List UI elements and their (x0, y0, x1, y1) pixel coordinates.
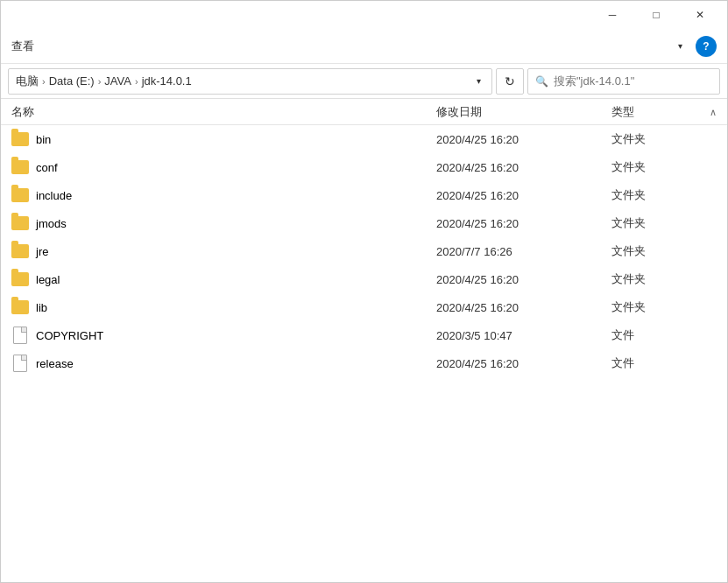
address-bar: 电脑 › Data (E:) › JAVA › jdk-14.0.1 ▾ ↻ 🔍 (1, 64, 727, 99)
separator-2: › (98, 76, 102, 87)
breadcrumb-computer[interactable]: 电脑 (16, 74, 39, 89)
breadcrumb-java[interactable]: JAVA (104, 74, 131, 88)
close-button[interactable]: ✕ (680, 1, 720, 29)
folder-icon (11, 300, 29, 314)
separator-3: › (135, 76, 138, 87)
breadcrumb-drive[interactable]: Data (E:) (49, 74, 95, 88)
help-button[interactable]: ? (696, 36, 717, 57)
file-name: release (36, 357, 436, 370)
file-date: 2020/4/25 16:20 (436, 301, 611, 314)
breadcrumb-dropdown[interactable]: ▾ (473, 74, 484, 88)
file-type: 文件 (611, 355, 717, 371)
search-icon: 🔍 (535, 75, 548, 88)
list-item[interactable]: jre2020/7/7 16:26文件夹 (1, 237, 727, 265)
folder-icon (11, 160, 29, 174)
file-date: 2020/4/25 16:20 (436, 189, 611, 202)
file-type: 文件夹 (611, 215, 717, 231)
refresh-button[interactable]: ↻ (496, 68, 524, 95)
list-item[interactable]: jmods2020/4/25 16:20文件夹 (1, 209, 727, 237)
file-date: 2020/4/25 16:20 (436, 273, 611, 286)
folder-icon (11, 216, 29, 230)
folder-icon (11, 244, 29, 258)
file-type: 文件夹 (611, 271, 717, 287)
close-icon: ✕ (696, 9, 704, 21)
file-type: 文件夹 (611, 243, 717, 259)
file-name: jre (36, 245, 436, 258)
list-item[interactable]: lib2020/4/25 16:20文件夹 (1, 293, 727, 321)
search-input[interactable] (554, 74, 712, 88)
list-item[interactable]: legal2020/4/25 16:20文件夹 (1, 265, 727, 293)
toolbar: 查看 ▾ ? (1, 29, 727, 64)
file-name: bin (36, 133, 436, 146)
file-icon (13, 355, 27, 372)
file-type: 文件夹 (611, 299, 717, 315)
minimize-icon: ─ (609, 9, 617, 21)
file-date: 2020/4/25 16:20 (436, 133, 611, 146)
list-item[interactable]: bin2020/4/25 16:20文件夹 (1, 125, 727, 153)
title-bar: ─ □ ✕ (1, 1, 727, 29)
list-item[interactable]: COPYRIGHT2020/3/5 10:47文件 (1, 321, 727, 349)
file-name: jmods (36, 217, 436, 230)
column-headers: 名称 修改日期 类型 ∧ (1, 99, 727, 125)
maximize-button[interactable]: □ (636, 1, 676, 29)
file-name: include (36, 189, 436, 202)
maximize-icon: □ (653, 9, 659, 21)
toolbar-dropdown-button[interactable]: ▾ (671, 32, 689, 60)
col-header-date[interactable]: 修改日期 (436, 104, 611, 120)
breadcrumb-jdk[interactable]: jdk-14.0.1 (142, 74, 192, 88)
list-item[interactable]: release2020/4/25 16:20文件 (1, 349, 727, 377)
minimize-button[interactable]: ─ (592, 1, 633, 29)
file-type: 文件 (611, 327, 717, 343)
folder-icon (11, 188, 29, 202)
file-name: COPYRIGHT (36, 329, 436, 342)
breadcrumb: 电脑 › Data (E:) › JAVA › jdk-14.0.1 ▾ (8, 68, 492, 95)
search-box[interactable]: 🔍 (527, 68, 720, 95)
folder-icon (11, 272, 29, 286)
file-type: 文件夹 (611, 131, 717, 147)
file-type: 文件夹 (611, 187, 717, 203)
file-date: 2020/4/25 16:20 (436, 161, 611, 174)
separator-1: › (42, 76, 46, 87)
list-item[interactable]: conf2020/4/25 16:20文件夹 (1, 153, 727, 181)
view-label[interactable]: 查看 (11, 39, 34, 54)
file-type: 文件夹 (611, 159, 717, 175)
file-name: conf (36, 161, 436, 174)
file-list: bin2020/4/25 16:20文件夹conf2020/4/25 16:20… (1, 125, 727, 377)
file-date: 2020/4/25 16:20 (436, 217, 611, 230)
list-item[interactable]: include2020/4/25 16:20文件夹 (1, 181, 727, 209)
file-date: 2020/7/7 16:26 (436, 245, 611, 258)
file-name: legal (36, 273, 436, 286)
folder-icon (11, 132, 29, 146)
file-date: 2020/4/25 16:20 (436, 357, 611, 370)
sort-button[interactable]: ∧ (710, 106, 717, 117)
col-header-name[interactable]: 名称 (11, 104, 436, 120)
file-name: lib (36, 301, 436, 314)
file-date: 2020/3/5 10:47 (436, 329, 611, 342)
col-header-type[interactable]: 类型 (611, 104, 717, 120)
file-icon (13, 327, 27, 344)
